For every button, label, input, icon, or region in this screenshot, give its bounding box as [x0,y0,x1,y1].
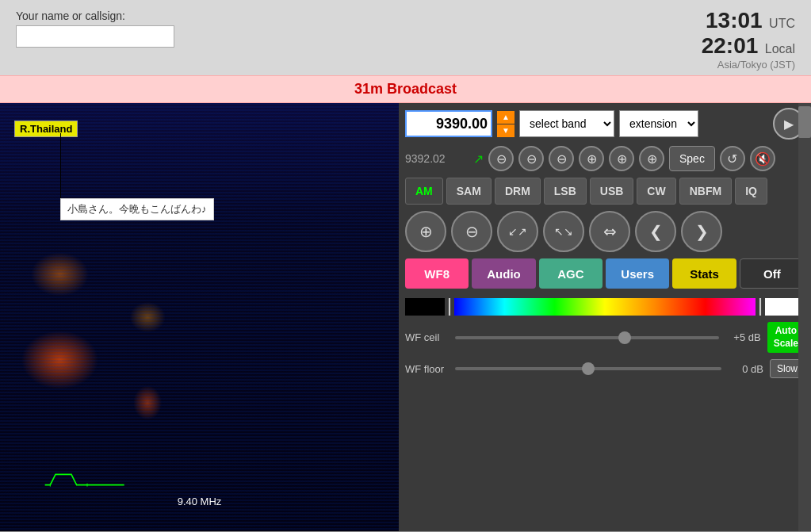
colorbar-black [405,298,445,316]
top-bar: Your name or callsign: 13:01 UTC 22:01 L… [0,0,811,75]
wf-floor-slider[interactable] [455,367,721,370]
spec-button[interactable]: Spec [669,146,715,171]
mode-row: AM SAM DRM LSB USB CW NBFM IQ [399,174,811,208]
time-utc-label: UTC [769,17,795,30]
station-label: R.Thailand [14,121,78,137]
mode-lsb-button[interactable]: LSB [544,178,587,205]
mode-usb-button[interactable]: USB [590,178,634,205]
minus-icon: ⊖ [496,151,507,166]
time-utc-row: 13:01 UTC [702,8,795,33]
right-panel: ▲ ▼ select band 160m 80m 40m 20m 15m 10m… [399,103,811,531]
off-tab-button[interactable]: Off [740,258,805,289]
mode-drm-button[interactable]: DRM [495,178,541,205]
mode-am-button[interactable]: AM [405,178,443,205]
users-tab-button[interactable]: Users [606,258,669,289]
zoom-out-minus2-button[interactable]: ⊖ [518,146,544,171]
wf-ceil-value: +5 dB [725,331,761,343]
undo-icon: ↺ [727,151,737,166]
wf-floor-value: 0 dB [728,363,763,375]
mode-cw-button[interactable]: CW [637,178,675,205]
time-local-row: 22:01 Local [702,33,795,59]
plus-icon3: ⊕ [647,151,657,166]
mode-sam-button[interactable]: SAM [446,178,492,205]
minus-icon3: ⊖ [557,151,567,166]
mode-nbfm-button[interactable]: NBFM [679,178,732,205]
extension-dropdown[interactable]: extension [619,110,698,137]
compress-button[interactable]: ↙↗ [497,211,538,252]
wf-ceil-row: WF ceil +5 dB AutoScale [399,319,811,356]
zoom-in-plus3-button[interactable]: ⊕ [639,146,664,171]
zoom-in-plus2-button[interactable]: ⊕ [609,146,634,171]
time-local-label: Local [765,42,795,55]
prev-button[interactable]: ❮ [635,211,676,252]
colorbar-row [399,292,811,319]
mute-icon: 🔇 [755,151,771,166]
pan-icon: ⇔ [603,222,617,241]
zoom-out-minus3-button[interactable]: ⊖ [549,146,574,171]
expand-button[interactable]: ↖↘ [543,211,584,252]
zoom-in-icon: ⊕ [419,222,433,241]
zoom-in-button[interactable]: ⊕ [405,211,446,252]
time-section: 13:01 UTC 22:01 Local Asia/Tokyo (JST) [702,6,795,71]
frequency-input[interactable] [405,110,492,137]
agc-tab-button[interactable]: AGC [539,258,603,289]
secondary-freq-row: 9392.02 ↗ ⊖ ⊖ ⊖ ⊕ ⊕ ⊕ Spec ↺ [399,144,811,174]
zoom-out-icon: ⊖ [465,222,479,241]
wf-controls: WF ceil +5 dB AutoScale WF floor 0 dB Sl… [399,292,811,531]
expand-icon: ↖↘ [554,225,573,238]
freq-marker: 9.40 MHz [178,496,222,507]
zoom-in-plus1-button[interactable]: ⊕ [579,146,604,171]
mute-button[interactable]: 🔇 [750,146,775,171]
timezone: Asia/Tokyo (JST) [702,59,795,71]
colorbar-gradient [454,298,756,316]
main-area: R.Thailand 小島さん。今晩もこんばんわ♪ 9.40 MHz ▲ ▼ s… [0,103,811,531]
audio-tab-button[interactable]: Audio [472,258,535,289]
time-utc: 13:01 [706,8,763,33]
zoom-out-button[interactable]: ⊖ [451,211,492,252]
signal-indicator [24,472,151,488]
wf-ceil-slider[interactable] [455,336,719,339]
right-scrollbar[interactable] [798,103,811,531]
compress-icon: ↙↗ [508,225,527,238]
time-local: 22:01 [702,33,759,58]
wf8-tab-button[interactable]: WF8 [405,258,469,289]
spectrum-area[interactable]: R.Thailand 小島さん。今晩もこんばんわ♪ 9.40 MHz [0,103,399,531]
next-icon: ❯ [695,222,709,241]
prev-icon: ❮ [649,222,663,241]
function-row: WF8 Audio AGC Users Stats Off [399,255,811,292]
zoom-out-minus1-button[interactable]: ⊖ [488,146,514,171]
pan-button[interactable]: ⇔ [589,211,630,252]
control-row: ⊕ ⊖ ↙↗ ↖↘ ⇔ ❮ ❯ [399,208,811,255]
undo-button[interactable]: ↺ [720,146,745,171]
wf-floor-row: WF floor 0 dB Slow [399,356,811,381]
secondary-frequency: 9392.02 [405,152,469,165]
callsign-section: Your name or callsign: [16,6,174,48]
freq-down-button[interactable]: ▼ [497,124,515,137]
plus-icon2: ⊕ [617,151,627,166]
station-line [60,133,61,205]
freq-row: ▲ ▼ select band 160m 80m 40m 20m 15m 10m… [399,103,811,144]
minus-icon2: ⊖ [526,151,537,166]
play-icon: ▶ [784,117,794,132]
plus-icon1: ⊕ [587,151,597,166]
select-band-dropdown[interactable]: select band 160m 80m 40m 20m 15m 10m [519,110,614,137]
wf-floor-label: WF floor [405,363,449,375]
stats-tab-button[interactable]: Stats [672,258,736,289]
callsign-label: Your name or callsign: [16,10,174,22]
broadcast-banner: 31m Broadcast [0,75,811,103]
link-icon[interactable]: ↗ [473,151,484,166]
mode-iq-button[interactable]: IQ [735,178,767,205]
next-button[interactable]: ❯ [681,211,722,252]
callsign-input[interactable] [16,25,174,48]
wf-ceil-label: WF ceil [405,331,449,343]
station-message: 小島さん。今晩もこんばんわ♪ [60,198,214,220]
freq-up-button[interactable]: ▲ [497,111,515,124]
freq-arrows: ▲ ▼ [497,111,515,137]
scrollbar-thumb[interactable] [798,106,811,138]
